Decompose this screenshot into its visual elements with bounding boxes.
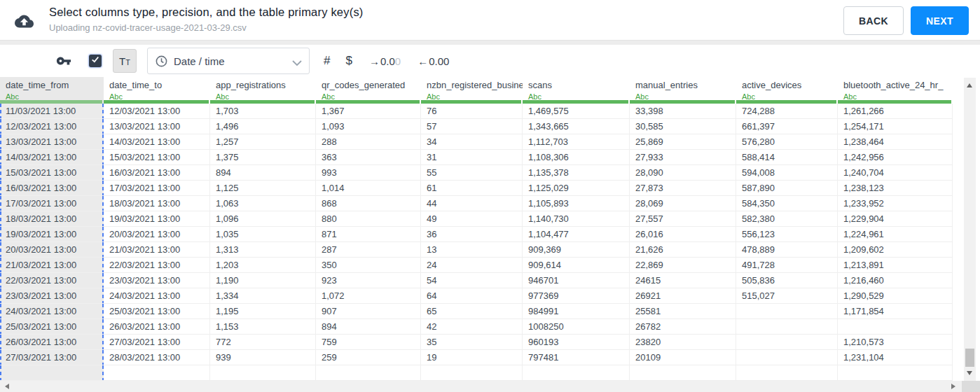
cell: 259 xyxy=(316,350,421,365)
cell: 868 xyxy=(316,196,421,211)
column-header-date_time_to[interactable]: date_time_toAbc xyxy=(104,77,210,104)
scroll-up-arrow-icon[interactable] xyxy=(967,83,972,88)
arrow-left-icon: ← xyxy=(417,55,428,67)
cell xyxy=(736,304,838,319)
cell: 18/03/2021 13:00 xyxy=(104,196,210,211)
cell xyxy=(523,365,630,381)
column-checkbox[interactable] xyxy=(89,55,102,67)
cell: 588,414 xyxy=(736,150,838,165)
table-row: 27/03/2021 13:0028/03/2021 13:0093925919… xyxy=(0,350,953,365)
cell: 288 xyxy=(316,134,421,150)
cell: 977369 xyxy=(523,288,630,304)
primary-key-button[interactable] xyxy=(56,53,71,69)
cell: 18/03/2021 13:00 xyxy=(0,211,104,227)
cell: 350 xyxy=(316,258,421,273)
cell: 13/03/2021 13:00 xyxy=(0,134,104,150)
table-header-row: date_time_fromAbcdate_time_toAbcapp_regi… xyxy=(0,77,953,104)
cell xyxy=(736,335,838,350)
table-row: 26/03/2021 13:0027/03/2021 13:0077275935… xyxy=(0,335,953,350)
cell: 27,557 xyxy=(630,211,736,227)
cell: 24615 xyxy=(630,273,736,288)
cell: 759 xyxy=(316,335,421,350)
cell: 1008250 xyxy=(523,319,630,335)
cell: 27/03/2021 13:00 xyxy=(0,350,104,365)
vertical-scrollbar[interactable] xyxy=(964,78,976,381)
cell: 25/03/2021 13:00 xyxy=(0,319,104,335)
table-row: 24/03/2021 13:0025/03/2021 13:001,195907… xyxy=(0,304,953,319)
cell: 21,626 xyxy=(630,242,736,258)
cell: 1,313 xyxy=(210,242,316,258)
header-text: Select columns type, precision, and the … xyxy=(49,6,364,33)
increase-decimal-button[interactable]: →0.00 xyxy=(369,55,401,67)
increase-decimal-faded-digit: 0 xyxy=(395,55,401,67)
column-type-select[interactable]: Date / time xyxy=(147,48,310,74)
column-header-nzbn_registered_busine[interactable]: nzbn_registered_busineAbc xyxy=(421,77,523,104)
cell: 1,703 xyxy=(210,104,316,119)
column-name: qr_codes_generated xyxy=(322,80,421,90)
cell: 772 xyxy=(210,335,316,350)
currency-type-button[interactable]: $ xyxy=(345,54,352,68)
cell xyxy=(0,365,104,381)
cell: 26,016 xyxy=(630,227,736,242)
back-button[interactable]: BACK xyxy=(843,6,904,35)
cell: 984991 xyxy=(523,304,630,319)
cell: 76 xyxy=(421,104,523,119)
cell: 26921 xyxy=(630,288,736,304)
cell: 17/03/2021 13:00 xyxy=(0,196,104,211)
cell: 1,367 xyxy=(316,104,421,119)
column-header-date_time_from[interactable]: date_time_fromAbc xyxy=(0,77,104,104)
cell: 797481 xyxy=(523,350,630,365)
cell: 1,469,575 xyxy=(523,104,630,119)
cell: 584,350 xyxy=(736,196,838,211)
cell: 1,072 xyxy=(316,288,421,304)
cell: 1,224,961 xyxy=(838,227,953,242)
cell: 1,093 xyxy=(316,119,421,134)
horizontal-scrollbar[interactable] xyxy=(0,381,962,392)
cell: 23/03/2021 13:00 xyxy=(0,288,104,304)
table-row: 12/03/2021 13:0013/03/2021 13:001,4961,0… xyxy=(0,119,953,134)
decrease-decimal-button[interactable]: ←0.00 xyxy=(417,55,449,67)
column-header-bluetooth_active_24_hr_[interactable]: bluetooth_active_24_hr_Abc xyxy=(838,77,953,104)
cell: 61 xyxy=(421,181,523,196)
column-type-toolbar: Tt Date / time # $ →0.00 ←0.00 xyxy=(0,45,980,77)
number-type-button[interactable]: # xyxy=(324,54,330,68)
cell: 19/03/2021 13:00 xyxy=(104,211,210,227)
cell: 35 xyxy=(421,335,523,350)
vertical-scrollbar-thumb[interactable] xyxy=(965,349,974,367)
cell: 287 xyxy=(316,242,421,258)
cloud-upload-icon xyxy=(15,12,34,31)
cell: 1,125,029 xyxy=(523,181,630,196)
cell xyxy=(736,319,838,335)
wizard-header: Select columns type, precision, and the … xyxy=(0,0,980,40)
cell: 724,288 xyxy=(736,104,838,119)
cell: 28,069 xyxy=(630,196,736,211)
cell: 44 xyxy=(421,196,523,211)
scroll-down-arrow-icon[interactable] xyxy=(967,371,972,375)
page-title: Select columns type, precision, and the … xyxy=(49,6,364,19)
cell: 36 xyxy=(421,227,523,242)
cell xyxy=(630,365,736,381)
column-header-app_registrations[interactable]: app_registrationsAbc xyxy=(210,77,316,104)
next-button[interactable]: NEXT xyxy=(911,6,969,35)
chevron-down-icon xyxy=(292,57,302,69)
cell: 1,233,952 xyxy=(838,196,953,211)
cell: 1,209,602 xyxy=(838,242,953,258)
cell: 1,334 xyxy=(210,288,316,304)
table-row: 14/03/2021 13:0015/03/2021 13:001,375363… xyxy=(0,150,953,165)
cell: 1,203 xyxy=(210,258,316,273)
scroll-right-arrow-icon[interactable] xyxy=(951,384,955,389)
column-header-scans[interactable]: scansAbc xyxy=(523,77,630,104)
cell: 55 xyxy=(421,165,523,181)
cell xyxy=(736,350,838,365)
cell: 1,375 xyxy=(210,150,316,165)
column-name: app_registrations xyxy=(216,80,316,90)
cell: 57 xyxy=(421,119,523,134)
cell xyxy=(838,365,953,381)
cell: 894 xyxy=(210,165,316,181)
column-header-manual_entries[interactable]: manual_entriesAbc xyxy=(630,77,736,104)
column-header-qr_codes_generated[interactable]: qr_codes_generatedAbc xyxy=(316,77,421,104)
text-type-button[interactable]: Tt xyxy=(113,49,137,73)
scroll-left-arrow-icon[interactable] xyxy=(5,384,9,389)
cell: 26/03/2021 13:00 xyxy=(0,335,104,350)
column-header-active_devices[interactable]: active_devicesAbc xyxy=(736,77,838,104)
